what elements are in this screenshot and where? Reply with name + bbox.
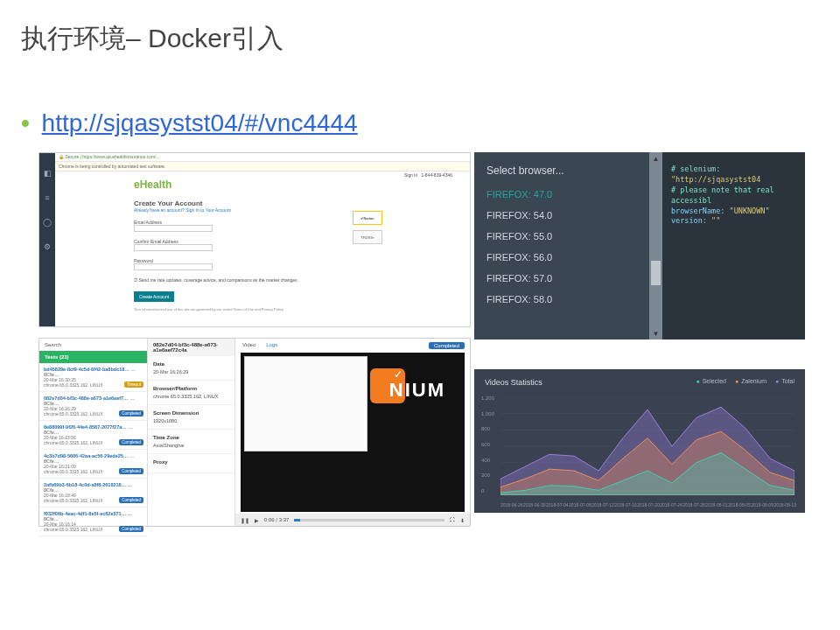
scroll-up-icon[interactable]: ▲	[649, 152, 662, 164]
test-row[interactable]: 082e7d04-bf3c-488e-a673-a1e6aef7… …8Cfe……	[39, 392, 147, 421]
scroll-down-icon[interactable]: ▼	[649, 327, 662, 340]
tab-video[interactable]: Video	[242, 342, 256, 347]
create-account-button[interactable]: Create Account	[134, 291, 174, 302]
test-row[interactable]: bd45829e-8cf9-4c5d-8f42-ba8bdc18… …8Cfe……	[39, 363, 147, 392]
confirm-email-field[interactable]	[134, 244, 213, 251]
legend-selected: Selected	[696, 378, 725, 384]
vnc-link[interactable]: http://sjqasystst04/#/vnc4444	[42, 109, 358, 136]
slide-title: 执行环境– Docker引入	[21, 21, 840, 57]
truste-badge: TRUSTe	[353, 230, 382, 244]
tests-header: Tests (23)	[39, 351, 147, 363]
browser-platform-value: chrome 65.0.3325.162, LINUX	[153, 394, 229, 399]
browser-option[interactable]: FIREFOX: 57.0	[486, 273, 637, 284]
browser-option[interactable]: FIREFOX: 58.0	[486, 294, 637, 304]
legend-total: Total	[775, 378, 794, 384]
norton-badge: ✔ Norton	[353, 211, 382, 225]
fullscreen-icon[interactable]: ⛶	[450, 517, 455, 522]
browser-select-panel: Select browser... FIREFOX: 47.0 FIREFOX:…	[474, 152, 805, 340]
recorded-browser-frame	[244, 356, 368, 452]
automation-banner: Chrome is being controlled by automated …	[55, 162, 470, 172]
ehealth-logo: eHealth	[134, 178, 172, 191]
selenium-text: NIUM	[389, 379, 445, 402]
date-label: Date	[153, 361, 229, 367]
screen-dim-label: Screen Dimension	[153, 410, 229, 416]
create-account-heading: Create Your Account	[134, 200, 391, 207]
scrollbar[interactable]: ▲ ▼	[649, 152, 662, 340]
play-icon[interactable]: ▶	[255, 517, 259, 523]
password-field[interactable]	[134, 263, 213, 270]
chart-plot	[500, 397, 794, 495]
test-row[interactable]: 4c3b7d98-5606-42aa-ac56-29ede25… …8Cfe…2…	[39, 450, 147, 479]
timezone-value: Asia/Shanghai	[153, 443, 229, 448]
legend-zalenium: Zalenium	[735, 378, 766, 384]
video-player[interactable]: NIUM	[241, 353, 465, 512]
video-stats-chart: Videos Statistics Selected Zalenium Tota…	[474, 369, 805, 513]
scroll-thumb[interactable]	[651, 261, 661, 285]
bullet-icon: •	[21, 109, 30, 136]
signin-area: Sign in 1-844-839-4346	[404, 172, 452, 178]
session-id: 082e7d04-bf3c-488e-a673-a1e6aef72c4a	[148, 339, 234, 356]
ehealth-screenshot: ◧ ≡ ◯ ⚙ 🔒 Secure | https://www.qa.ehealt…	[38, 152, 471, 327]
devtools-sidebar: ◧ ≡ ◯ ⚙	[39, 153, 55, 326]
dock-icon: ◧	[44, 169, 52, 178]
test-row[interactable]: f032f06b-4eac-4df1-8e5f-ec62e571… …8Cfe……	[39, 508, 147, 536]
proxy-label: Proxy	[153, 459, 229, 465]
circle-icon: ◯	[43, 218, 52, 227]
status-badge: Completed	[429, 342, 465, 349]
pause-icon[interactable]: ❚❚	[241, 517, 249, 523]
browser-platform-label: Browser/Platform	[153, 386, 229, 391]
browser-option[interactable]: FIREFOX: 54.0	[486, 210, 637, 220]
marketing-checkbox-label: Send me rate updates, coverage advice, a…	[138, 277, 298, 283]
timezone-label: Time Zone	[153, 435, 229, 440]
disclaimer-text: Your information and use of this site ar…	[134, 307, 391, 312]
select-browser-header: Select browser...	[486, 164, 637, 177]
test-row[interactable]: 2afb69b3-6b18-4c0d-a8f8-2618218… …8Cfe…2…	[39, 479, 147, 508]
chart-legend: Selected Zalenium Total	[696, 378, 794, 384]
url-bar: 🔒 Secure | https://www.qa.ehealthinsuran…	[55, 153, 470, 162]
terminal-output: # selenium: "http://sjqasystst04 # pleas…	[662, 152, 805, 340]
video-time: 0:06 / 3:37	[264, 517, 289, 522]
link-line: • http://sjqasystst04/#/vnc4444	[21, 109, 840, 137]
browser-option[interactable]: FIREFOX: 55.0	[486, 231, 637, 242]
zalenium-dashboard: Search Tests (23) bd45829e-8cf9-4c5d-8f4…	[38, 338, 471, 527]
test-row[interactable]: 8e88099f-9f26-44e4-8587-2077f27a… …8Cfe……	[39, 421, 147, 450]
search-label: Search	[39, 339, 147, 351]
download-icon[interactable]: ⬇	[460, 517, 465, 523]
screen-dim-value: 1920x1080	[153, 418, 229, 424]
menu-icon: ≡	[45, 193, 49, 202]
browser-option[interactable]: FIREFOX: 56.0	[486, 252, 637, 262]
tab-logs[interactable]: Logs	[266, 342, 277, 347]
email-field[interactable]	[134, 225, 213, 232]
gear-icon: ⚙	[44, 242, 51, 251]
progress-bar[interactable]	[294, 519, 444, 522]
browser-option[interactable]: FIREFOX: 47.0	[486, 189, 637, 200]
date-value: 20-Mar 16:26:29	[153, 369, 229, 374]
